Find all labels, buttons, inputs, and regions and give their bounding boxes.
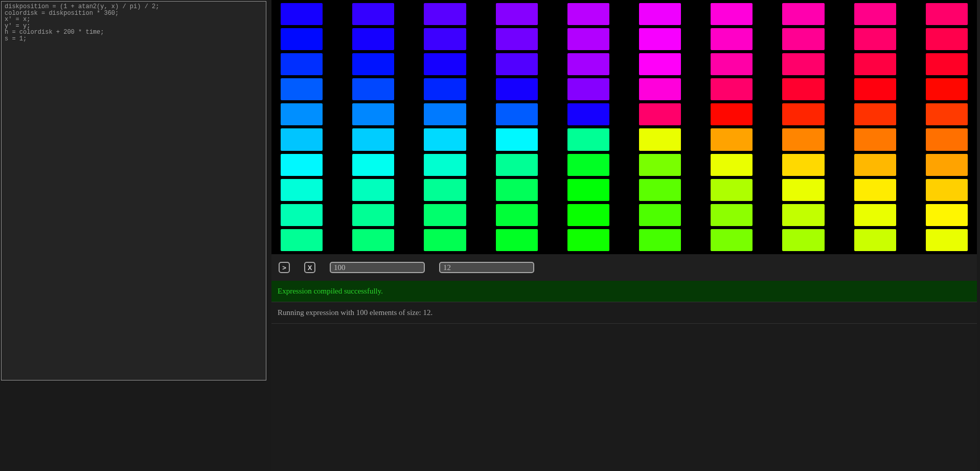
grid-cell <box>782 3 824 25</box>
grid-cell <box>639 78 681 100</box>
grid-cell <box>496 154 538 176</box>
grid-cell <box>711 128 753 150</box>
right-panel: > X ▴ ▾ ▴ ▾ Expression compiled successf… <box>271 0 980 471</box>
size-input[interactable] <box>440 263 534 272</box>
grid-cell <box>782 53 824 75</box>
grid-cell <box>926 204 968 226</box>
grid-cell <box>926 78 968 100</box>
grid-cell <box>496 179 538 201</box>
grid-cell <box>352 3 394 25</box>
grid-cell <box>782 154 824 176</box>
grid-cell <box>352 103 394 125</box>
grid-cell <box>352 28 394 50</box>
play-button[interactable]: > <box>279 262 290 273</box>
grid-cell <box>281 229 323 251</box>
grid-cell <box>639 204 681 226</box>
grid-cell <box>496 78 538 100</box>
grid-cell <box>352 229 394 251</box>
grid-cell <box>567 128 609 150</box>
grid-cell <box>424 229 466 251</box>
compile-status: Expression compiled successfully. <box>271 281 977 302</box>
grid-cell <box>782 103 824 125</box>
grid-cell <box>639 53 681 75</box>
element-grid <box>271 0 977 254</box>
grid-cell <box>639 154 681 176</box>
grid-cell <box>352 78 394 100</box>
grid-cell <box>926 28 968 50</box>
grid-cell <box>854 179 896 201</box>
grid-cell <box>854 28 896 50</box>
grid-cell <box>352 204 394 226</box>
grid-cell <box>854 154 896 176</box>
grid-cell <box>496 28 538 50</box>
grid-cell <box>567 229 609 251</box>
grid-cell <box>854 128 896 150</box>
grid-cell <box>782 179 824 201</box>
grid-cell <box>639 103 681 125</box>
grid-cell <box>424 204 466 226</box>
grid-cell <box>711 204 753 226</box>
grid-cell <box>424 179 466 201</box>
size-spinbox[interactable]: ▴ ▾ <box>439 262 534 273</box>
grid-cell <box>424 128 466 150</box>
grid-cell <box>496 53 538 75</box>
grid-cell <box>567 28 609 50</box>
grid-cell <box>352 128 394 150</box>
grid-cell <box>567 53 609 75</box>
grid-cell <box>926 179 968 201</box>
grid-cell <box>639 128 681 150</box>
grid-cell <box>782 78 824 100</box>
run-status: Running expression with 100 elements of … <box>271 302 977 324</box>
grid-cell <box>496 204 538 226</box>
grid-cell <box>424 103 466 125</box>
grid-cell <box>926 3 968 25</box>
log-area <box>271 324 977 471</box>
elements-spinbox[interactable]: ▴ ▾ <box>330 262 425 273</box>
grid-cell <box>711 103 753 125</box>
grid-cell <box>711 78 753 100</box>
grid-cell <box>424 28 466 50</box>
grid-cell <box>926 154 968 176</box>
grid-cell <box>281 128 323 150</box>
grid-cell <box>496 229 538 251</box>
grid-cell <box>711 53 753 75</box>
grid-cell <box>711 229 753 251</box>
grid-cell <box>782 28 824 50</box>
grid-cell <box>281 179 323 201</box>
grid-cell <box>639 28 681 50</box>
grid-cell <box>424 78 466 100</box>
grid-cell <box>567 204 609 226</box>
grid-cell <box>496 128 538 150</box>
grid-cell <box>639 229 681 251</box>
grid-cell <box>281 3 323 25</box>
grid-cell <box>424 154 466 176</box>
grid-cell <box>926 53 968 75</box>
grid-cell <box>639 179 681 201</box>
grid-cell <box>854 229 896 251</box>
grid-cell <box>926 128 968 150</box>
app-root: > X ▴ ▾ ▴ ▾ Expression compiled successf… <box>0 0 980 471</box>
grid-cell <box>567 103 609 125</box>
stop-button[interactable]: X <box>304 262 315 273</box>
elements-input[interactable] <box>331 263 425 272</box>
grid-cell <box>711 3 753 25</box>
grid-cell <box>352 179 394 201</box>
grid-cell <box>352 154 394 176</box>
grid-cell <box>496 3 538 25</box>
grid-cell <box>854 78 896 100</box>
grid-cell <box>496 103 538 125</box>
grid-cell <box>281 154 323 176</box>
grid-cell <box>711 179 753 201</box>
grid-cell <box>567 179 609 201</box>
grid-cell <box>854 53 896 75</box>
grid-cell <box>782 128 824 150</box>
grid-cell <box>854 204 896 226</box>
grid-cell <box>711 28 753 50</box>
grid-cell <box>567 78 609 100</box>
code-editor[interactable] <box>2 2 266 380</box>
grid-cell <box>281 28 323 50</box>
grid-cell <box>854 3 896 25</box>
grid-cell <box>782 204 824 226</box>
grid-cell <box>926 229 968 251</box>
grid-cell <box>782 229 824 251</box>
